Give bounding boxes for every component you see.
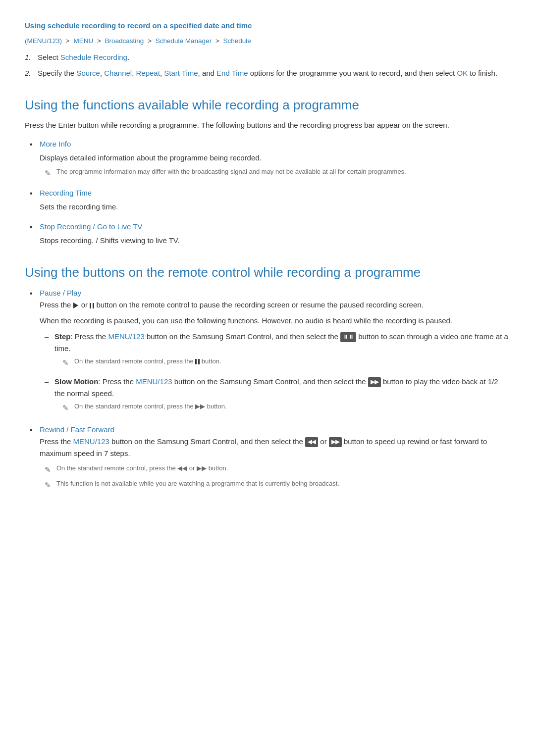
step-subitem: Step: Press the MENU/123 button on the S… — [45, 331, 510, 371]
pause-icon-2 — [195, 359, 200, 364]
stop-recording-label[interactable]: Stop Recording / Go to Live TV — [40, 222, 142, 231]
schedule-section: Using schedule recording to record on a … — [25, 20, 510, 79]
repeat-link[interactable]: Repeat — [136, 69, 160, 77]
slow-motion-subitem: Slow Motion: Press the MENU/123 button o… — [45, 376, 510, 416]
recording-section-title: Using the functions available while reco… — [25, 97, 510, 114]
end-time-link[interactable]: End Time — [216, 69, 248, 77]
stop-recording-item: Stop Recording / Go to Live TV Stops rec… — [30, 221, 510, 247]
more-info-note: ✎ The programme information may differ w… — [45, 167, 510, 179]
step-1: 1. Select Schedule Recording. — [25, 51, 510, 63]
remote-section-title: Using the buttons on the remote control … — [25, 264, 510, 281]
rewind-note-1-text: On the standard remote control, press th… — [56, 463, 228, 474]
slow-note: ✎ On the standard remote control, press … — [62, 402, 510, 414]
remote-items-list: Pause / Play Press the or button on the … — [30, 287, 510, 491]
ok-link[interactable]: OK — [457, 69, 468, 77]
slow-motion-desc: Slow Motion: Press the MENU/123 button o… — [54, 376, 510, 416]
recording-items-list: More Info Displays detailed information … — [30, 138, 510, 247]
remote-section: Using the buttons on the remote control … — [25, 264, 510, 491]
channel-link[interactable]: Channel — [104, 69, 132, 77]
bc-menu123[interactable]: (MENU/123) — [25, 37, 62, 45]
pause-icon — [90, 303, 94, 308]
step-2: 2. Specify the Source, Channel, Repeat, … — [25, 67, 510, 79]
step-note-text: On the standard remote control, press th… — [74, 356, 221, 367]
bc-schedule-manager[interactable]: Schedule Manager — [156, 37, 212, 45]
recording-time-item: Recording Time Sets the recording time. — [30, 187, 510, 213]
stop-recording-desc: Stops recording. / Shifts viewing to liv… — [40, 235, 510, 247]
ff-icon: ▶▶ — [329, 437, 342, 447]
rewind-menu-link[interactable]: MENU/123 — [73, 437, 109, 446]
slow-note-text: On the standard remote control, press th… — [74, 402, 227, 412]
recording-section: Using the functions available while reco… — [25, 97, 510, 247]
step-icon: ⏸⏸ — [340, 332, 356, 342]
bc-menu[interactable]: MENU — [73, 37, 93, 45]
pause-subitems: Step: Press the MENU/123 button on the S… — [45, 331, 510, 416]
pencil-icon-slow: ✎ — [62, 402, 70, 414]
pencil-icon-rewind-2: ✎ — [45, 479, 53, 491]
step-note: ✎ On the standard remote control, press … — [62, 356, 510, 369]
pencil-icon-step: ✎ — [62, 357, 70, 369]
bc-broadcasting[interactable]: Broadcasting — [105, 37, 144, 45]
source-link[interactable]: Source — [76, 69, 100, 77]
slow-icon: ▶▶ — [368, 377, 381, 387]
recording-time-label[interactable]: Recording Time — [40, 189, 92, 197]
rewind-ff-desc: Press the MENU/123 button on the Samsung… — [40, 436, 510, 459]
recording-section-intro: Press the Enter button while recording a… — [25, 119, 510, 131]
slow-menu-link[interactable]: MENU/123 — [136, 377, 172, 386]
schedule-recording-link[interactable]: Schedule Recording — [60, 53, 127, 61]
step-desc: Step: Press the MENU/123 button on the S… — [54, 331, 510, 371]
pencil-icon: ✎ — [45, 167, 53, 179]
pause-play-desc1: Press the or button on the remote contro… — [40, 299, 510, 311]
rewind-note-1: ✎ On the standard remote control, press … — [45, 463, 510, 476]
rewind-icon: ◀◀ — [305, 437, 318, 447]
more-info-desc: Displays detailed information about the … — [40, 152, 510, 164]
bc-schedule[interactable]: Schedule — [223, 37, 251, 45]
rewind-ff-label: Rewind / Fast Forward — [40, 425, 114, 434]
pause-play-item: Pause / Play Press the or button on the … — [30, 287, 510, 416]
more-info-note-text: The programme information may differ wit… — [56, 167, 406, 177]
schedule-title: Using schedule recording to record on a … — [25, 20, 510, 32]
more-info-label[interactable]: More Info — [40, 140, 71, 148]
rewind-note-2: ✎ This function is not available while y… — [45, 479, 510, 491]
start-time-link[interactable]: Start Time — [164, 69, 198, 77]
rewind-note-2-text: This function is not available while you… — [56, 479, 339, 489]
play-icon — [73, 302, 78, 308]
pause-play-desc2: When the recording is paused, you can us… — [40, 315, 510, 327]
breadcrumb: (MENU/123) > MENU > Broadcasting > Sched… — [25, 36, 510, 47]
step-menu-link[interactable]: MENU/123 — [108, 332, 144, 341]
recording-time-desc: Sets the recording time. — [40, 201, 510, 213]
pencil-icon-rewind: ✎ — [45, 464, 53, 476]
rewind-ff-item: Rewind / Fast Forward Press the MENU/123… — [30, 424, 510, 491]
schedule-steps: 1. Select Schedule Recording. 2. Specify… — [25, 51, 510, 79]
more-info-item: More Info Displays detailed information … — [30, 138, 510, 179]
pause-play-label: Pause / Play — [40, 289, 81, 297]
